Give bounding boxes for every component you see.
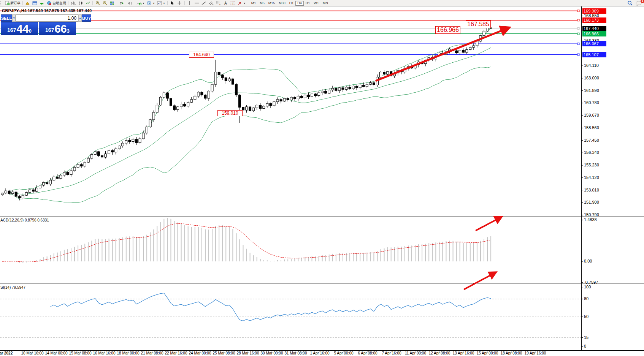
buy-price-prefix: 167 (45, 27, 54, 33)
new-order-icon (4, 1, 10, 5)
rsi-tick-label: 50 (584, 314, 588, 319)
new-order-label: 新订单 (10, 1, 21, 6)
zoom-out-icon[interactable] (101, 1, 108, 5)
price-tick-label: 153.010 (584, 188, 599, 192)
timeframe-MN[interactable]: MN (321, 1, 330, 6)
rsi-tick-label: 15 (584, 335, 588, 340)
sell-price-sup: 0 (29, 28, 32, 34)
price-tick-label: 161.890 (584, 88, 599, 93)
time-tick-label: 22 Mar 16:00 (159, 351, 193, 355)
sell-price-button[interactable]: 167440 (1, 22, 38, 35)
one-click-trade-panel: SELL ▼ ▲ BUY 167440 167663 (1, 14, 76, 35)
rsi-label: SI(14) 79.5947 (0, 285, 25, 290)
search-icon[interactable] (626, 1, 633, 5)
macd-tick-label: -0.7597 (584, 280, 598, 285)
timeframe-H4[interactable]: H4 (295, 1, 304, 6)
time-tick-label: 13 Apr 16:00 (446, 351, 481, 355)
trend-arrow-macd[interactable] (476, 217, 501, 231)
time-tick-label: 18 Mar 00:00 (111, 351, 145, 355)
sell-button[interactable]: SELL (1, 14, 12, 22)
notification-badge: 1 (641, 0, 644, 3)
buy-price-big: 66 (54, 24, 67, 34)
volume-input[interactable] (16, 14, 78, 22)
time-tick-label: 24 Mar 00:00 (183, 351, 217, 355)
timeframe-M1[interactable]: M1 (249, 1, 258, 6)
timeframe-W1[interactable]: W1 (312, 1, 321, 6)
timeframe-H1[interactable]: H1 (287, 1, 296, 6)
crosshair-icon[interactable] (176, 1, 183, 5)
horizontal-line-icon[interactable] (193, 1, 200, 5)
time-tick-label: 28 Mar 16:00 (231, 351, 265, 355)
time-tick-label: 12 Apr 08:00 (422, 351, 457, 355)
timeframe-M30[interactable]: M30 (277, 1, 287, 6)
price-tick-label: 154.120 (584, 175, 599, 180)
candlesticks (1, 25, 492, 200)
text-icon[interactable]: A (222, 1, 229, 5)
text-label-icon[interactable]: T (229, 1, 236, 5)
chevron-down-icon: ▼ (142, 2, 145, 5)
time-tick-label: 18 Apr 08:00 (494, 351, 528, 355)
timeframe-D1[interactable]: D1 (304, 1, 312, 6)
signals-icon[interactable] (38, 1, 46, 5)
indicators-button[interactable]: ▼ (135, 0, 146, 6)
templates-button[interactable]: ▼ (156, 0, 166, 6)
time-tick-label: 1 Apr 16:00 (303, 351, 337, 355)
periods-button[interactable]: ▼ (146, 0, 156, 6)
metaeditor-icon[interactable] (24, 1, 31, 5)
zoom-in-icon[interactable] (94, 1, 101, 5)
buy-price-button[interactable]: 167663 (39, 22, 76, 35)
price-tick-label: 163.000 (584, 76, 599, 80)
autotrading-icon (46, 1, 52, 5)
main-toolbar: 新订单 自动交易 ▼ (0, 0, 644, 6)
macd-signal-line (2, 224, 491, 262)
rsi-tick-label: 0 (584, 344, 586, 348)
fibonacci-icon[interactable]: F (215, 1, 222, 5)
time-tick-label: 16 Mar 16:00 (87, 351, 121, 355)
auto-scroll-icon[interactable] (118, 1, 125, 5)
cursor-icon[interactable] (169, 1, 176, 5)
candlestick-chart-icon[interactable] (77, 1, 84, 5)
trend-line-icon[interactable] (200, 1, 208, 5)
bar-chart-icon[interactable] (70, 1, 77, 5)
price-annotation[interactable]: 159.010 (217, 110, 243, 116)
time-tick-label: 15 Apr 00:00 (470, 351, 504, 355)
timeframe-M15[interactable]: M15 (266, 1, 277, 6)
tile-windows-icon[interactable] (108, 1, 116, 5)
trend-arrow-main[interactable] (376, 28, 508, 81)
svg-text:T: T (232, 2, 234, 5)
line-chart-icon[interactable] (84, 1, 91, 5)
trend-arrow-rsi[interactable] (464, 273, 495, 290)
volume-increase-button[interactable]: ▲ (78, 14, 82, 22)
chart-shift-icon[interactable] (125, 1, 133, 5)
price-annotation[interactable]: 166.966 (435, 26, 460, 34)
new-order-button[interactable]: 新订单 (3, 0, 21, 6)
price-tick-label: 160.780 (584, 100, 599, 105)
price-line-label[interactable]: 166.067 (582, 41, 606, 46)
buy-button[interactable]: BUY (82, 14, 91, 22)
chart-window[interactable]: 150.790151.900153.010154.120155.230156.3… (0, 6, 644, 356)
notification-bubble[interactable]: 1 (635, 0, 643, 6)
svg-text:F: F (219, 3, 221, 5)
vertical-line-icon[interactable] (186, 1, 193, 5)
arrows-tool-button[interactable]: ▼ (236, 0, 247, 6)
time-tick-label: 19 Apr 16:00 (518, 351, 552, 355)
price-axis-ticks (581, 16, 583, 347)
price-line-label[interactable]: 166.966 (582, 31, 606, 36)
price-line-label[interactable]: 167.440 (582, 26, 606, 31)
price-annotation[interactable]: 164.640 (189, 52, 214, 58)
volume-decrease-button[interactable]: ▼ (12, 14, 16, 22)
price-annotation[interactable]: 167.585 (466, 21, 491, 28)
panel-frame (0, 6, 644, 351)
price-line-label[interactable]: 169.009 (582, 8, 606, 14)
labels-layer: 150.790151.900153.010154.120155.230156.3… (0, 6, 644, 356)
macd-histogram (2, 218, 491, 263)
equidistant-channel-icon[interactable]: E (208, 1, 215, 5)
price-tick-label: 150.790 (584, 212, 599, 217)
time-tick-label: 11 Apr 00:00 (398, 351, 433, 355)
autotrading-button[interactable]: 自动交易 (46, 0, 67, 6)
chevron-down-icon: ▼ (243, 2, 246, 5)
new-chart-icon[interactable] (31, 1, 38, 5)
price-line-label[interactable]: 165.107 (582, 52, 606, 57)
timeframe-M5[interactable]: M5 (258, 1, 266, 6)
price-line-label[interactable]: 168.173 (582, 17, 606, 23)
